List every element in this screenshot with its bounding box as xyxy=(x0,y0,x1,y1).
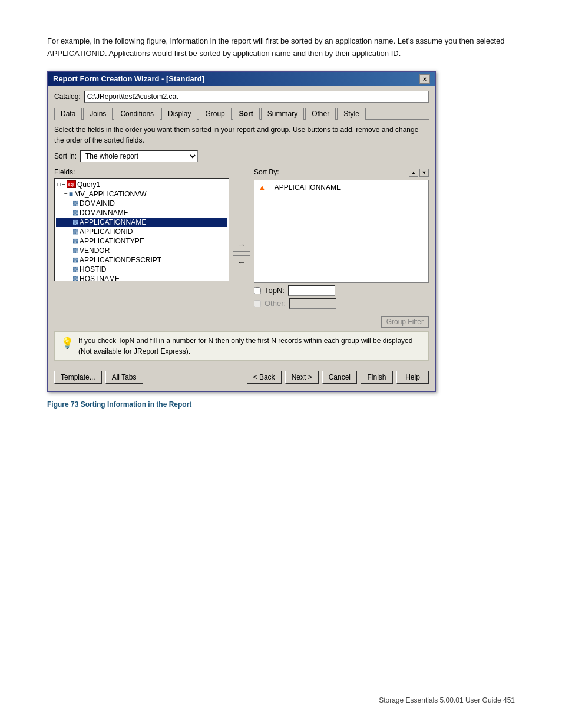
tree-item-domainid-label: DOMAINID xyxy=(80,199,115,207)
fields-tree[interactable]: □ − sql Query1 − ■ MV_APPLICATIONVW xyxy=(54,178,229,281)
tree-item-query1-label: Query1 xyxy=(77,180,100,189)
figure-caption: Figure 73 Sorting Information in the Rep… xyxy=(47,400,515,409)
tab-style[interactable]: Style xyxy=(337,108,366,120)
topn-checkbox[interactable] xyxy=(254,287,261,294)
remove-field-button[interactable]: ← xyxy=(233,255,250,269)
tab-conditions[interactable]: Conditions xyxy=(114,108,160,120)
catalog-input[interactable] xyxy=(84,91,429,103)
info-text: If you check TopN and fill in a number f… xyxy=(78,335,422,357)
tab-sort[interactable]: Sort xyxy=(233,108,260,120)
tree-item-apptype-label: APPLICATIONTYPE xyxy=(80,237,144,245)
sortby-list[interactable]: ▲ APPLICATIONNAME xyxy=(254,180,429,283)
tree-item-domainid[interactable]: ▩ DOMAINID xyxy=(56,199,227,208)
sort-in-select[interactable]: The whole report xyxy=(80,150,198,162)
tree-item-mv[interactable]: − ■ MV_APPLICATIONVW xyxy=(56,189,227,199)
dialog-title: Report Form Creation Wizard - [Standard] xyxy=(53,74,204,83)
topn-input[interactable] xyxy=(288,285,335,296)
tree-item-hostid[interactable]: ▩ HOSTID xyxy=(56,265,227,274)
other-checkbox[interactable] xyxy=(254,300,261,307)
tree-item-hostname[interactable]: ▩ HOSTNAME xyxy=(56,274,227,281)
next-button[interactable]: Next > xyxy=(285,371,319,384)
dialog-window: Report Form Creation Wizard - [Standard]… xyxy=(47,71,436,392)
field-icon-apptype: ▩ xyxy=(72,237,78,245)
field-icon-appdesc: ▩ xyxy=(72,256,78,263)
topn-other-area: TopN: Other: Group Filter xyxy=(254,285,429,328)
field-icon-hostid: ▩ xyxy=(72,265,78,273)
info-box: 💡 If you check TopN and fill in a number… xyxy=(54,331,429,361)
tab-summary[interactable]: Summary xyxy=(261,108,304,120)
tree-item-vendor[interactable]: ▩ VENDOR xyxy=(56,246,227,255)
figure-label: Figure 73 xyxy=(47,400,78,409)
tree-item-appid[interactable]: ▩ APPLICATIONID xyxy=(56,227,227,236)
sort-asc-icon: ▲ xyxy=(258,183,266,192)
info-icon: 💡 xyxy=(61,335,74,351)
tree-item-vendor-label: VENDOR xyxy=(80,246,110,255)
tree-item-mv-label: MV_APPLICATIONVW xyxy=(74,190,146,198)
back-button[interactable]: < Back xyxy=(247,371,282,384)
tree-item-hostid-label: HOSTID xyxy=(80,265,106,274)
bottom-buttons-bar: Template... All Tabs < Back Next > Cance… xyxy=(54,367,429,386)
tab-data[interactable]: Data xyxy=(54,108,82,120)
sortby-up-button[interactable]: ▲ xyxy=(409,169,418,177)
field-icon-appid: ▩ xyxy=(72,228,78,235)
tree-item-domainname[interactable]: ▩ DOMAINNAME xyxy=(56,208,227,218)
group-filter-button[interactable]: Group Filter xyxy=(381,316,429,328)
tree-item-domainname-label: DOMAINNAME xyxy=(80,209,128,217)
dialog-titlebar: Report Form Creation Wizard - [Standard]… xyxy=(48,72,435,86)
catalog-row: Catalog: xyxy=(54,91,429,103)
description-text: Select the fields in the order you want … xyxy=(54,124,429,146)
other-input xyxy=(289,298,336,309)
tab-group[interactable]: Group xyxy=(199,108,231,120)
help-button[interactable]: Help xyxy=(396,371,429,384)
close-button[interactable]: × xyxy=(419,74,430,84)
other-row: Other: xyxy=(254,298,429,309)
table-icon-mv: ■ xyxy=(69,190,73,198)
tree-item-appname-label: APPLICATIONNAME xyxy=(80,218,146,226)
field-icon-appname: ▩ xyxy=(72,218,78,226)
cancel-button[interactable]: Cancel xyxy=(322,371,357,384)
fields-label: Fields: xyxy=(54,168,229,176)
expand-icon: □ xyxy=(57,181,61,187)
all-tabs-button[interactable]: All Tabs xyxy=(105,371,143,384)
field-icon-hostname: ▩ xyxy=(72,275,78,281)
tab-other[interactable]: Other xyxy=(305,108,336,120)
topn-row: TopN: xyxy=(254,285,429,296)
dialog-body: Catalog: Data Joins Conditions Display G… xyxy=(48,86,435,391)
minus-icon2: − xyxy=(64,190,68,197)
sortby-down-button[interactable]: ▼ xyxy=(419,169,429,177)
tree-item-appdesc-label: APPLICATIONDESCRIPT xyxy=(80,256,161,264)
tree-item-apptype[interactable]: ▩ APPLICATIONTYPE xyxy=(56,236,227,246)
field-icon-domainname: ▩ xyxy=(72,209,78,216)
minus-icon: − xyxy=(62,181,65,187)
tree-item-appdesc[interactable]: ▩ APPLICATIONDESCRIPT xyxy=(56,255,227,265)
tab-joins[interactable]: Joins xyxy=(83,108,113,120)
tree-item-appid-label: APPLICATIONID xyxy=(80,228,133,236)
sort-in-label: Sort in: xyxy=(54,152,77,160)
sortby-item-appname[interactable]: ▲ APPLICATIONNAME xyxy=(256,182,427,193)
sortby-label: Sort By: xyxy=(254,168,279,176)
intro-paragraph: For example, in the following figure, in… xyxy=(47,35,515,60)
tree-item-hostname-label: HOSTNAME xyxy=(80,275,120,281)
add-field-button[interactable]: → xyxy=(233,238,250,252)
arrow-buttons-area: → ← xyxy=(229,168,254,328)
sortby-appname-label: APPLICATIONNAME xyxy=(270,183,341,192)
topn-label: TopN: xyxy=(265,286,285,295)
tree-item-query1[interactable]: □ − sql Query1 xyxy=(56,180,227,189)
db-icon: sql xyxy=(67,180,76,188)
field-icon-vendor: ▩ xyxy=(72,246,78,254)
page-footer: Storage Essentials 5.00.01 User Guide 45… xyxy=(379,696,515,704)
sort-in-row: Sort in: The whole report xyxy=(54,150,429,162)
tabs-row: Data Joins Conditions Display Group Sort… xyxy=(54,107,429,120)
tab-display[interactable]: Display xyxy=(161,108,197,120)
finish-button[interactable]: Finish xyxy=(361,371,393,384)
field-icon-domainid: ▩ xyxy=(72,199,78,207)
catalog-label: Catalog: xyxy=(54,93,81,101)
template-button[interactable]: Template... xyxy=(54,371,102,384)
other-label: Other: xyxy=(265,299,286,308)
figure-caption-text: Sorting Information in the Report xyxy=(81,400,192,409)
tree-item-appname[interactable]: ▩ APPLICATIONNAME xyxy=(56,218,227,227)
